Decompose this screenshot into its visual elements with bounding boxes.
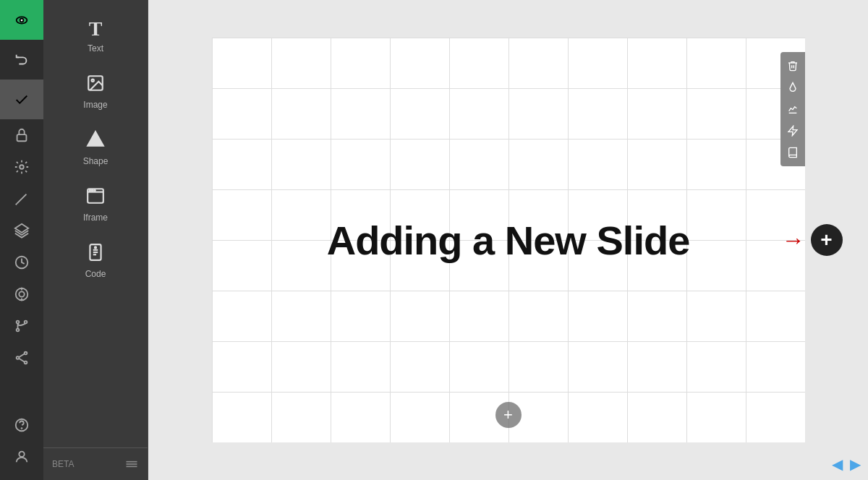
branch-button[interactable] <box>0 310 43 342</box>
svg-line-20 <box>19 359 24 362</box>
shape-label: Shape <box>83 156 109 166</box>
target-button[interactable] <box>0 278 43 310</box>
help-button[interactable] <box>0 409 43 441</box>
svg-rect-2 <box>17 134 27 141</box>
svg-point-29 <box>90 190 91 192</box>
iframe-icon <box>86 187 105 210</box>
svg-point-1 <box>20 18 24 22</box>
side-panel-bottom: BETA <box>43 447 148 480</box>
text-icon: T <box>89 17 103 40</box>
lock-button[interactable] <box>0 119 43 151</box>
help-icon <box>14 417 30 433</box>
user-icon <box>14 449 30 465</box>
next-slide-button[interactable]: ▶ <box>850 455 861 473</box>
history-icon <box>14 254 30 270</box>
canvas[interactable]: Adding a New Slide <box>212 38 805 442</box>
svg-point-18 <box>25 361 27 364</box>
iframe-label: Iframe <box>83 213 108 223</box>
side-panel: T Text Image Shape <box>43 0 148 480</box>
text-label: Text <box>88 43 103 53</box>
shape-icon <box>86 130 105 153</box>
canvas-content: Adding a New Slide <box>212 38 805 442</box>
layers-button[interactable] <box>0 215 43 247</box>
svg-point-14 <box>25 321 27 324</box>
eye-button[interactable] <box>0 0 43 40</box>
eye-icon <box>14 12 30 28</box>
shape-tool[interactable]: Shape <box>43 120 148 176</box>
svg-point-12 <box>17 329 20 332</box>
svg-line-19 <box>19 354 24 358</box>
image-label: Image <box>83 100 107 110</box>
canvas-wrapper: Adding a New Slide <box>212 38 805 442</box>
layers-icon <box>14 223 30 239</box>
svg-point-30 <box>92 190 93 192</box>
svg-line-5 <box>16 203 17 205</box>
svg-point-13 <box>17 321 20 324</box>
check-icon <box>14 92 30 108</box>
pen-button[interactable] <box>0 183 43 215</box>
target-icon <box>14 286 30 302</box>
svg-point-36 <box>95 247 96 248</box>
lock-icon <box>14 127 30 143</box>
svg-point-25 <box>92 80 94 82</box>
code-tool[interactable]: Code <box>43 233 148 289</box>
beta-label: BETA <box>52 459 74 469</box>
undo-button[interactable] <box>0 40 43 80</box>
svg-point-17 <box>17 356 20 359</box>
svg-point-3 <box>20 165 24 169</box>
svg-point-16 <box>25 352 27 355</box>
svg-point-9 <box>19 291 24 296</box>
share-icon <box>14 350 30 366</box>
svg-point-23 <box>19 452 24 457</box>
nav-arrows: ◀ ▶ <box>832 455 861 473</box>
menu-bars-icon[interactable] <box>124 457 139 471</box>
svg-marker-26 <box>88 132 103 146</box>
text-tool[interactable]: T Text <box>43 7 148 64</box>
gear-icon <box>14 159 30 175</box>
pen-icon <box>14 191 30 207</box>
main-area: Adding a New Slide <box>148 0 868 480</box>
slide-title: Adding a New Slide <box>327 217 690 264</box>
left-toolbar <box>0 0 43 480</box>
code-icon <box>86 243 105 266</box>
branch-icon <box>14 318 30 334</box>
image-tool[interactable]: Image <box>43 64 148 120</box>
iframe-tool[interactable]: Iframe <box>43 176 148 233</box>
svg-point-22 <box>22 428 22 429</box>
image-icon <box>86 74 105 97</box>
svg-point-31 <box>94 190 95 192</box>
share-button[interactable] <box>0 342 43 374</box>
toolbar-bottom <box>0 409 43 480</box>
code-label: Code <box>85 269 106 279</box>
history-button[interactable] <box>0 247 43 278</box>
undo-icon <box>14 52 30 68</box>
add-slide-right-button[interactable]: + <box>811 224 843 256</box>
check-button[interactable] <box>0 80 43 119</box>
svg-line-4 <box>17 194 27 204</box>
prev-slide-button[interactable]: ◀ <box>832 455 843 473</box>
settings-button[interactable] <box>0 151 43 183</box>
user-button[interactable] <box>0 441 43 473</box>
